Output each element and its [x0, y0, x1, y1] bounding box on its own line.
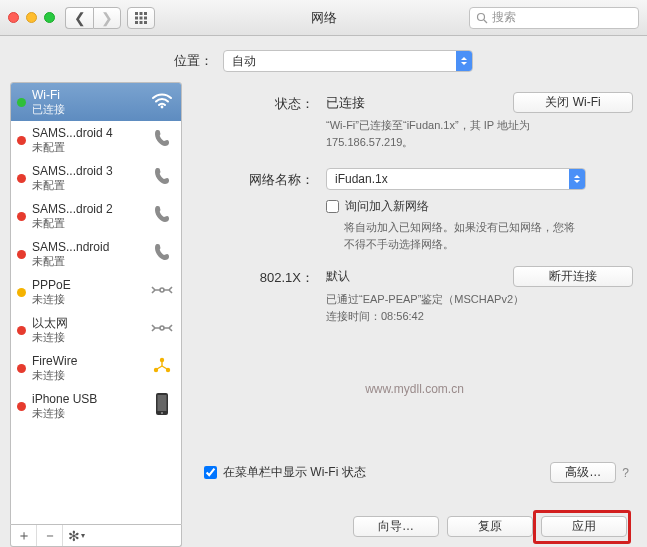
- svg-line-10: [484, 20, 487, 23]
- service-name: 以太网: [32, 316, 149, 330]
- help-button[interactable]: ?: [622, 466, 629, 480]
- show-in-menubar-checkbox[interactable]: [204, 466, 217, 479]
- iphone-icon: [149, 392, 175, 421]
- service-status: 已连接: [32, 103, 149, 116]
- service-status: 未配置: [32, 217, 149, 230]
- close-window[interactable]: [8, 12, 19, 23]
- forward-button[interactable]: ❯: [93, 7, 121, 29]
- service-text: SAMS...droid 2未配置: [32, 202, 149, 230]
- titlebar: ❮ ❯ 网络 搜索: [0, 0, 647, 36]
- status-value: 已连接: [326, 94, 365, 112]
- status-dot: [17, 364, 26, 373]
- detail-pane: 状态： 已连接 关闭 Wi-Fi “Wi-Fi”已连接至“iFudan.1x”，…: [196, 82, 633, 547]
- status-dot: [17, 212, 26, 221]
- nav-buttons: ❮ ❯: [65, 7, 121, 29]
- add-service-button[interactable]: ＋: [11, 525, 37, 546]
- sidebar-footer: ＋ － ✻▾: [10, 525, 182, 547]
- svg-point-13: [160, 326, 164, 330]
- service-item[interactable]: SAMS...ndroid未配置: [11, 235, 181, 273]
- svg-point-11: [161, 105, 164, 108]
- service-name: SAMS...droid 4: [32, 126, 149, 140]
- remove-service-button[interactable]: －: [37, 525, 63, 546]
- service-item[interactable]: SAMS...droid 3未配置: [11, 159, 181, 197]
- network-name-label: 网络名称：: [196, 168, 326, 252]
- phone-icon: [149, 204, 175, 229]
- ethernet-icon: [149, 319, 175, 342]
- network-name-select[interactable]: iFudan.1x: [326, 168, 586, 190]
- dot1x-value: 默认: [326, 268, 350, 285]
- turn-off-wifi-button[interactable]: 关闭 Wi-Fi: [513, 92, 633, 113]
- service-name: SAMS...ndroid: [32, 240, 149, 254]
- ask-join-label: 询问加入新网络: [345, 198, 429, 215]
- revert-button[interactable]: 复原: [447, 516, 533, 537]
- status-dot: [17, 174, 26, 183]
- svg-point-12: [160, 288, 164, 292]
- show-all-button[interactable]: [127, 7, 155, 29]
- watermark-text: www.mydll.com.cn: [365, 382, 464, 396]
- service-item[interactable]: iPhone USB未连接: [11, 387, 181, 425]
- minimize-window[interactable]: [26, 12, 37, 23]
- service-name: FireWire: [32, 354, 149, 368]
- chevron-down-icon: ▾: [81, 531, 85, 540]
- status-dot: [17, 98, 26, 107]
- status-dot: [17, 288, 26, 297]
- service-status: 未连接: [32, 407, 149, 420]
- service-text: iPhone USB未连接: [32, 392, 149, 420]
- service-sidebar: Wi-Fi已连接SAMS...droid 4未配置SAMS...droid 3未…: [10, 82, 182, 547]
- service-item[interactable]: Wi-Fi已连接: [11, 83, 181, 121]
- zoom-window[interactable]: [44, 12, 55, 23]
- service-name: Wi-Fi: [32, 88, 149, 102]
- service-name: PPPoE: [32, 278, 149, 292]
- svg-point-9: [478, 13, 485, 20]
- svg-point-14: [160, 357, 164, 361]
- disconnect-button[interactable]: 断开连接: [513, 266, 633, 287]
- search-field[interactable]: 搜索: [469, 7, 639, 29]
- service-item[interactable]: SAMS...droid 4未配置: [11, 121, 181, 159]
- service-text: SAMS...droid 3未配置: [32, 164, 149, 192]
- svg-rect-7: [140, 21, 143, 24]
- svg-rect-5: [144, 16, 147, 19]
- service-status: 未配置: [32, 179, 149, 192]
- ask-join-checkbox[interactable]: [326, 200, 339, 213]
- back-button[interactable]: ❮: [65, 7, 93, 29]
- status-dot: [17, 326, 26, 335]
- location-label: 位置：: [174, 52, 213, 70]
- service-status: 未连接: [32, 293, 149, 306]
- location-select[interactable]: 自动: [223, 50, 473, 72]
- service-list[interactable]: Wi-Fi已连接SAMS...droid 4未配置SAMS...droid 3未…: [10, 82, 182, 525]
- network-name-value: iFudan.1x: [335, 172, 388, 186]
- wifi-icon: [149, 91, 175, 114]
- service-status: 未连接: [32, 331, 149, 344]
- chevron-updown-icon: [569, 169, 585, 189]
- svg-rect-4: [140, 16, 143, 19]
- svg-rect-1: [140, 12, 143, 15]
- firewire-icon: [149, 356, 175, 381]
- status-label: 状态：: [196, 92, 326, 150]
- advanced-button[interactable]: 高级…: [550, 462, 616, 483]
- svg-point-22: [161, 412, 163, 414]
- svg-rect-3: [135, 16, 138, 19]
- service-item[interactable]: PPPoE未连接: [11, 273, 181, 311]
- location-row: 位置： 自动: [0, 36, 647, 82]
- service-name: SAMS...droid 2: [32, 202, 149, 216]
- service-item[interactable]: FireWire未连接: [11, 349, 181, 387]
- svg-rect-0: [135, 12, 138, 15]
- service-actions-button[interactable]: ✻▾: [63, 525, 89, 546]
- service-item[interactable]: 以太网未连接: [11, 311, 181, 349]
- service-item[interactable]: SAMS...droid 2未配置: [11, 197, 181, 235]
- svg-line-18: [157, 366, 162, 369]
- gear-icon: ✻: [68, 528, 80, 544]
- svg-rect-2: [144, 12, 147, 15]
- assist-button[interactable]: 向导…: [353, 516, 439, 537]
- status-dot: [17, 136, 26, 145]
- dot1x-time-desc: 连接时间：08:56:42: [326, 308, 633, 325]
- phone-icon: [149, 242, 175, 267]
- svg-rect-21: [158, 395, 167, 411]
- svg-line-19: [162, 366, 167, 369]
- apply-button[interactable]: 应用: [541, 516, 627, 537]
- chevron-updown-icon: [456, 51, 472, 71]
- service-text: SAMS...ndroid未配置: [32, 240, 149, 268]
- show-in-menubar-label: 在菜单栏中显示 Wi-Fi 状态: [223, 464, 366, 481]
- service-text: SAMS...droid 4未配置: [32, 126, 149, 154]
- svg-rect-8: [144, 21, 147, 24]
